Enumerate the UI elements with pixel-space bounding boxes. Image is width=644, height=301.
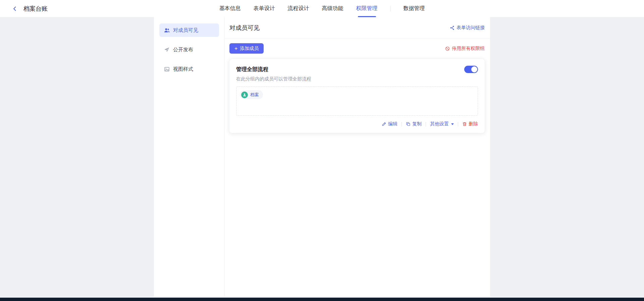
permission-group-title: 管理全部流程 xyxy=(236,66,268,73)
member-chip: 档案 xyxy=(240,90,263,99)
tab-basic-info[interactable]: 基本信息 xyxy=(219,0,241,17)
other-settings-button[interactable]: 其他设置 xyxy=(430,121,454,127)
tab-permissions[interactable]: 权限管理 xyxy=(356,0,378,17)
publish-icon xyxy=(164,47,170,53)
pencil-icon xyxy=(382,122,386,126)
main-panel: 对成员可见 公开发布 视图样式 对成员可见 xyxy=(154,17,490,297)
edit-label: 编辑 xyxy=(388,121,397,127)
toolbar: + 添加成员 停用所有权限组 xyxy=(229,43,485,54)
member-name: 档案 xyxy=(250,92,259,98)
tab-divider xyxy=(390,6,391,11)
content-title: 对成员可见 xyxy=(229,24,260,32)
sidebar-item-label: 公开发布 xyxy=(173,47,193,53)
card-actions: 编辑 复制 其他设置 xyxy=(236,121,478,127)
delete-label: 删除 xyxy=(469,121,478,127)
copy-icon xyxy=(406,122,411,126)
other-settings-label: 其他设置 xyxy=(430,121,449,127)
action-divider xyxy=(426,122,426,126)
permission-group-card: 管理全部流程 在此分组内的成员可以管理全部流程 档案 xyxy=(229,59,485,133)
tab-advanced[interactable]: 高级功能 xyxy=(322,0,343,17)
permission-group-description: 在此分组内的成员可以管理全部流程 xyxy=(236,76,478,82)
sidebar-item-label: 视图样式 xyxy=(173,66,193,72)
sidebar-item-public-publish[interactable]: 公开发布 xyxy=(159,43,219,56)
action-divider xyxy=(458,122,458,126)
view-style-icon xyxy=(164,66,170,72)
members-icon xyxy=(164,27,170,33)
content-area: 对成员可见 表单访问链接 + 添加成员 xyxy=(225,17,490,297)
sidebar-item-view-style[interactable]: 视图样式 xyxy=(159,62,219,76)
sidebar-item-member-visible[interactable]: 对成员可见 xyxy=(159,23,219,37)
add-member-button[interactable]: + 添加成员 xyxy=(229,43,264,54)
form-access-link-label: 表单访问链接 xyxy=(457,25,485,31)
member-list-box: 档案 xyxy=(236,86,478,116)
trash-icon xyxy=(462,122,467,126)
content-header: 对成员可见 表单访问链接 xyxy=(225,17,490,39)
sidebar: 对成员可见 公开发布 视图样式 xyxy=(154,17,225,297)
member-avatar xyxy=(241,92,248,98)
sidebar-item-label: 对成员可见 xyxy=(173,27,198,34)
copy-button[interactable]: 复制 xyxy=(406,121,422,127)
person-icon xyxy=(243,93,247,97)
tab-form-design[interactable]: 表单设计 xyxy=(254,0,275,17)
share-icon xyxy=(450,25,454,30)
action-divider xyxy=(401,122,402,126)
bottom-edge-bar xyxy=(0,298,644,301)
add-member-label: 添加成员 xyxy=(240,46,259,52)
top-tabs: 基本信息 表单设计 流程设计 高级功能 权限管理 数据管理 xyxy=(0,0,644,17)
chevron-down-icon xyxy=(451,123,454,125)
disable-all-groups-label: 停用所有权限组 xyxy=(452,46,485,52)
delete-button[interactable]: 删除 xyxy=(462,121,478,127)
form-access-link[interactable]: 表单访问链接 xyxy=(450,25,485,31)
copy-label: 复制 xyxy=(412,121,422,127)
group-enabled-toggle[interactable] xyxy=(464,66,478,73)
circle-slash-icon xyxy=(445,46,450,51)
tab-flow-design[interactable]: 流程设计 xyxy=(288,0,309,17)
disable-all-groups-button[interactable]: 停用所有权限组 xyxy=(445,46,485,52)
plus-icon: + xyxy=(234,46,237,51)
tab-data-manage[interactable]: 数据管理 xyxy=(404,0,425,17)
topbar: 档案台账 基本信息 表单设计 流程设计 高级功能 权限管理 数据管理 xyxy=(0,0,644,17)
edit-button[interactable]: 编辑 xyxy=(382,121,397,127)
card-header: 管理全部流程 xyxy=(236,66,478,73)
